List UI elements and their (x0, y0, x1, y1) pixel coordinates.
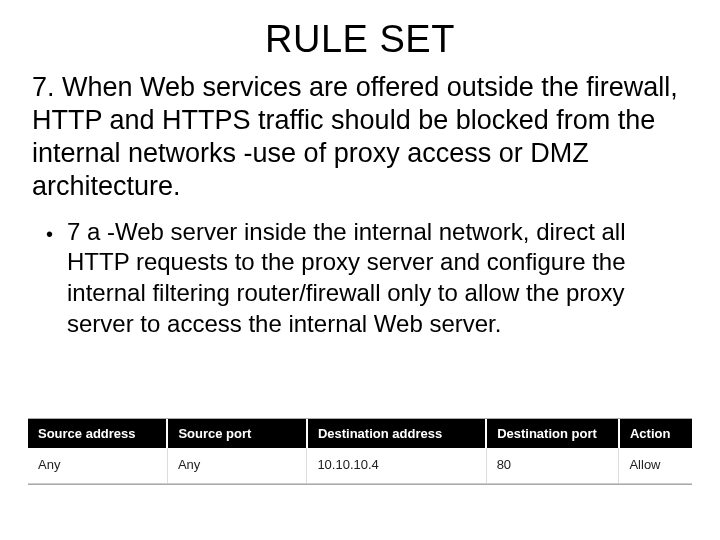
col-source-address: Source address (28, 419, 167, 448)
rule-paragraph: 7. When Web services are offered outside… (32, 71, 688, 203)
table-row: Any Any 10.10.10.4 80 Allow (28, 448, 692, 484)
bullet-marker: • (46, 221, 53, 247)
bullet-item: • 7 a -Web server inside the internal ne… (46, 217, 688, 340)
cell-destination-address: 10.10.10.4 (307, 448, 486, 484)
col-destination-address: Destination address (307, 419, 486, 448)
cell-source-port: Any (167, 448, 306, 484)
bullet-text: 7 a -Web server inside the internal netw… (67, 217, 688, 340)
col-action: Action (619, 419, 692, 448)
cell-source-address: Any (28, 448, 167, 484)
cell-destination-port: 80 (486, 448, 619, 484)
table-header-row: Source address Source port Destination a… (28, 419, 692, 448)
col-source-port: Source port (167, 419, 306, 448)
rule-table-container: Source address Source port Destination a… (28, 418, 692, 485)
cell-action: Allow (619, 448, 692, 484)
rule-table: Source address Source port Destination a… (28, 419, 692, 484)
col-destination-port: Destination port (486, 419, 619, 448)
page-title: RULE SET (28, 18, 692, 61)
